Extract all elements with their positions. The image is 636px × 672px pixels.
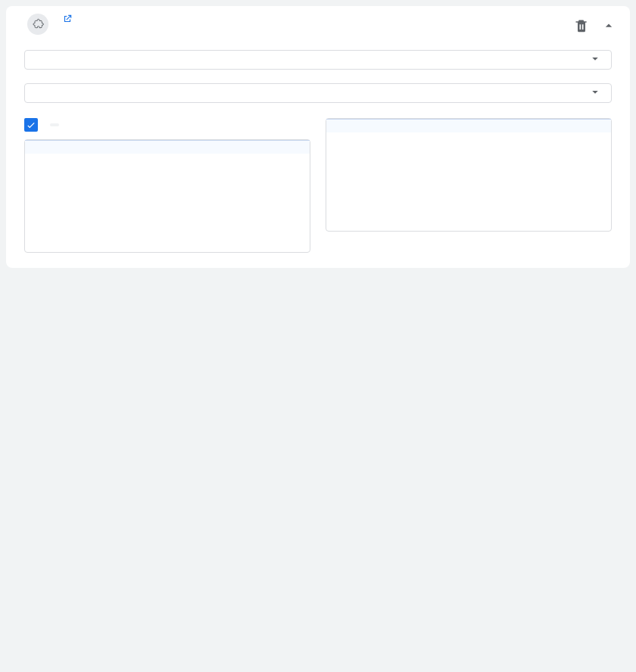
chevron-down-icon (588, 52, 602, 68)
open-external-icon[interactable] (62, 14, 73, 26)
extension-icon (27, 14, 48, 35)
output-json-field[interactable] (326, 118, 612, 232)
tool-select[interactable] (24, 50, 612, 70)
delete-button[interactable] (571, 15, 592, 36)
request-body-badge (50, 123, 59, 126)
action-select[interactable] (24, 83, 612, 103)
input-json-field[interactable] (24, 139, 310, 253)
collapse-button[interactable] (598, 15, 619, 36)
chevron-down-icon (588, 86, 602, 101)
include-input-checkbox[interactable] (24, 118, 38, 132)
tool-invocation-card (6, 6, 630, 268)
